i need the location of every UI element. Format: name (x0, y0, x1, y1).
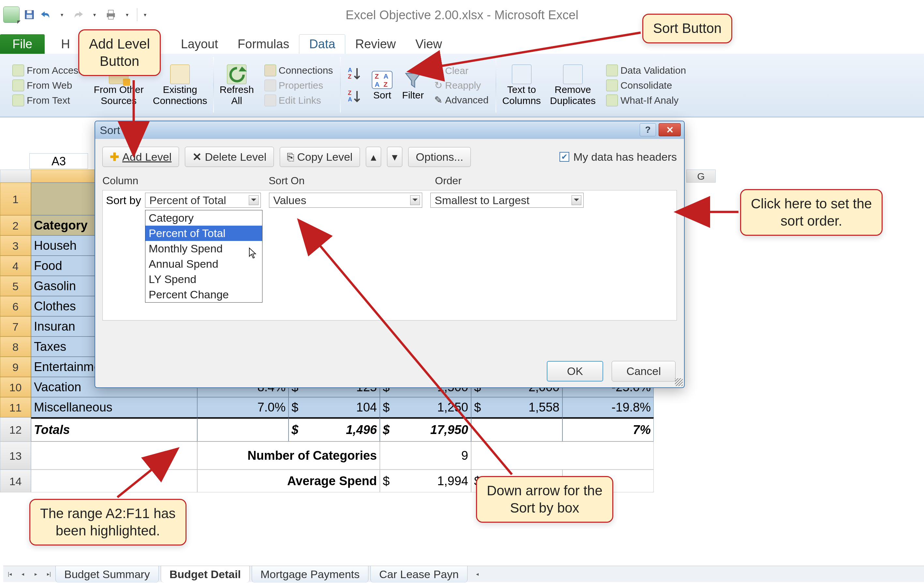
cell[interactable]: Househ (31, 235, 96, 256)
cell[interactable]: Gasolin (31, 276, 96, 296)
cancel-button[interactable]: Cancel (612, 361, 676, 382)
dropdown-item[interactable]: Category (145, 210, 262, 226)
tab-view[interactable]: View (406, 34, 452, 54)
cell[interactable]: -19.8% (563, 397, 654, 417)
cell[interactable] (31, 469, 197, 492)
advanced-button[interactable]: ✎Advanced (433, 94, 490, 106)
tab-nav-first[interactable]: |◂ (5, 570, 14, 579)
name-box[interactable]: A3 (29, 153, 88, 169)
cell[interactable]: $17,950 (380, 417, 471, 441)
cell[interactable]: Taxes (31, 337, 96, 357)
tab-nav-last[interactable]: ▸| (45, 570, 53, 579)
row-header-10[interactable]: 10 (0, 377, 31, 397)
sort-az-button[interactable]: AZ (346, 66, 362, 83)
sort-on-combo[interactable]: Values (269, 193, 422, 208)
sort-za-button[interactable]: ZA (346, 88, 362, 105)
chevron-down-icon[interactable] (410, 195, 420, 205)
copy-level-button[interactable]: ⎘ Copy Level (280, 147, 360, 167)
select-all-corner[interactable] (0, 170, 31, 183)
cell[interactable]: Insuran (31, 316, 96, 337)
cell[interactable]: $104 (289, 397, 380, 417)
row-header-11[interactable]: 11 (0, 397, 31, 417)
dropdown-item[interactable]: Annual Spend (145, 256, 262, 272)
cell-label[interactable]: Number of Categories (197, 441, 380, 469)
sort-by-combo[interactable]: Percent of Total (145, 193, 261, 208)
cell[interactable]: $1,994 (380, 469, 471, 492)
cell[interactable]: $1,250 (380, 397, 471, 417)
tab-nav-next[interactable]: ▸ (31, 570, 40, 579)
cell[interactable]: 9 (380, 441, 471, 469)
delete-level-button[interactable]: ✕ Delete Level (185, 147, 274, 167)
sheet-tab[interactable]: Mortgage Payments (252, 566, 368, 583)
row-header-6[interactable]: 6 (0, 296, 31, 316)
text-to-columns-button[interactable]: Text to Columns (498, 54, 545, 117)
row-header-7[interactable]: 7 (0, 316, 31, 337)
refresh-all-button[interactable]: Refresh All (215, 54, 259, 117)
cell[interactable] (31, 441, 197, 469)
row-header-14[interactable]: 14 (0, 469, 31, 492)
tab-home[interactable]: H (51, 34, 79, 54)
cell[interactable] (31, 183, 96, 215)
move-up-button[interactable]: ▴ (366, 147, 381, 167)
whatif-button[interactable]: What-If Analy (605, 94, 680, 107)
tab-review[interactable]: Review (345, 34, 406, 54)
chevron-down-icon[interactable] (249, 195, 259, 205)
cell[interactable]: 7.0% (197, 397, 289, 417)
sort-by-dropdown[interactable]: Category Percent of Total Monthly Spend … (145, 210, 262, 302)
row-header-8[interactable]: 8 (0, 337, 31, 357)
dropdown-item[interactable]: Monthly Spend (145, 241, 262, 256)
dropdown-item[interactable]: Percent of Total (145, 226, 262, 241)
row-header-1[interactable]: 1 (0, 183, 31, 215)
add-level-button[interactable]: ✚ Add Level (102, 147, 179, 167)
cell-label[interactable]: Average Spend (197, 469, 380, 492)
row-header-9[interactable]: 9 (0, 357, 31, 377)
cell[interactable]: Food (31, 256, 96, 276)
tab-nav-prev[interactable]: ◂ (18, 570, 27, 579)
cell[interactable]: $1,496 (289, 417, 380, 441)
sort-button[interactable]: ZAAZ Sort (367, 54, 398, 117)
cell[interactable]: $1,558 (471, 397, 563, 417)
sheet-tab[interactable]: Budget Summary (55, 566, 159, 583)
row-header-4[interactable]: 4 (0, 256, 31, 276)
consolidate-button[interactable]: Consolidate (605, 79, 673, 92)
tab-data[interactable]: Data (299, 34, 345, 54)
headers-checkbox[interactable]: ✔ My data has headers (559, 150, 677, 164)
dialog-help-button[interactable]: ? (640, 123, 656, 136)
from-web-button[interactable]: From Web (11, 79, 73, 92)
remove-duplicates-button[interactable]: Remove Duplicates (546, 54, 600, 117)
file-tab[interactable]: File (0, 34, 45, 54)
dialog-title-bar[interactable]: Sort ? ✕ (95, 121, 684, 139)
cell[interactable]: 7% (563, 417, 654, 441)
sheet-tab[interactable]: Car Lease Payn (370, 566, 467, 583)
move-down-button[interactable]: ▾ (387, 147, 403, 167)
tab-scroll-left[interactable]: ◂ (473, 570, 482, 579)
cell[interactable] (471, 417, 563, 441)
order-combo[interactable]: Smallest to Largest (431, 193, 584, 208)
chevron-down-icon[interactable] (571, 195, 581, 205)
row-header-2[interactable]: 2 (0, 215, 31, 235)
dialog-close-button[interactable]: ✕ (658, 123, 681, 136)
dropdown-item[interactable]: LY Spend (145, 272, 262, 287)
filter-button[interactable]: Filter (398, 54, 428, 117)
dropdown-item[interactable]: Percent Change (145, 287, 262, 302)
options-button[interactable]: Options... (408, 147, 471, 167)
cell[interactable]: Category (31, 215, 96, 235)
row-header-3[interactable]: 3 (0, 235, 31, 256)
cell[interactable] (471, 441, 654, 469)
col-header[interactable] (31, 170, 96, 183)
tab-formulas[interactable]: Formulas (228, 34, 299, 54)
col-header-g[interactable]: G (686, 170, 716, 183)
connections-button[interactable]: Connections (263, 64, 335, 77)
row-header-13[interactable]: 13 (0, 441, 31, 469)
cell[interactable]: Clothes (31, 296, 96, 316)
cell[interactable]: Miscellaneous (31, 397, 197, 417)
data-validation-button[interactable]: Data Validation (605, 64, 687, 77)
row-header-12[interactable]: 12 (0, 417, 31, 441)
cell-totals[interactable]: Totals (31, 417, 197, 441)
from-text-button[interactable]: From Text (11, 94, 71, 107)
cell[interactable] (197, 417, 289, 441)
row-header-5[interactable]: 5 (0, 276, 31, 296)
from-access-button[interactable]: From Access (11, 64, 84, 77)
sheet-tab[interactable]: Budget Detail (161, 566, 250, 583)
ok-button[interactable]: OK (547, 361, 603, 382)
